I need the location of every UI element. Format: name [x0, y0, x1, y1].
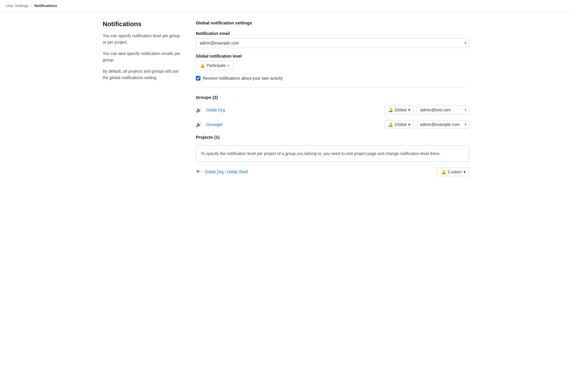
global-section-title: Global notification settings	[196, 20, 469, 25]
sidebar-desc-3: By default, all projects and groups will…	[103, 68, 184, 81]
projects-section-title: Projects (1)	[196, 135, 469, 140]
own-activity-checkbox[interactable]	[196, 76, 200, 81]
project-link-gitlab-shell[interactable]: Gitlab Org / Gitlab Shell	[205, 170, 433, 174]
volume-icon: 🔊	[196, 107, 202, 113]
divider	[196, 88, 469, 88]
breadcrumb-parent[interactable]: User Settings	[6, 3, 29, 8]
projects-info-box: To specify the notification level per pr…	[196, 145, 469, 162]
notification-level-field: Global notification level 🔔 Participate …	[196, 54, 469, 70]
group-row: 🔊 Gitlab Org 🔔 Global ▾ admin@test.comad…	[196, 106, 469, 114]
project-level-bell-icon: 🔔	[441, 170, 446, 174]
breadcrumb: User Settings > Notifications	[0, 0, 572, 12]
projects-info-text: To specify the notification level per pr…	[201, 151, 440, 156]
group-email-wrapper-gitlab-org: admin@test.comadmin@example.com ▾	[417, 106, 469, 114]
volume-icon-2: 🔊	[196, 122, 202, 127]
group-row-gnuwget: 🔊 Gnuwget 🔔 Global ▾ admin@example.com ▾	[196, 120, 469, 129]
group-email-select-gnuwget[interactable]: admin@example.com	[417, 120, 469, 129]
page-title: Notifications	[103, 20, 184, 28]
group-email-wrapper-gnuwget: admin@example.com ▾	[417, 120, 469, 129]
level-label: Global notification level	[196, 54, 469, 58]
group-link-gitlab-org[interactable]: Gitlab Org	[206, 108, 380, 112]
page-container: Notifications You can specify notificati…	[97, 12, 475, 185]
group-actions-gitlab-org: 🔔 Global ▾ admin@test.comadmin@example.c…	[384, 106, 469, 114]
project-level-chevron-icon: ▾	[463, 170, 466, 174]
sidebar-desc-1: You can specify notification level per g…	[103, 33, 184, 46]
level-dropdown-button[interactable]: 🔔 Participate ▾	[196, 61, 234, 70]
email-select[interactable]: admin@example.com	[196, 38, 469, 48]
group-level-value-gnuwget: Global	[395, 122, 406, 127]
project-level-button-gitlab-shell[interactable]: 🔔 Custom ▾	[437, 168, 469, 176]
project-level-value: Custom	[448, 170, 462, 174]
group-level-chevron-icon-2: ▾	[408, 122, 410, 127]
eye-icon: 👁	[196, 169, 200, 174]
group-level-bell-icon: 🔔	[388, 108, 393, 112]
group-level-value-gitlab-org: Global	[395, 108, 406, 112]
project-row: 👁 Gitlab Org / Gitlab Shell 🔔 Custom ▾	[196, 168, 469, 176]
group-level-bell-icon-2: 🔔	[388, 122, 393, 127]
own-activity-row: Receive notifications about your own act…	[196, 76, 469, 81]
group-level-button-gitlab-org[interactable]: 🔔 Global ▾	[384, 106, 414, 114]
group-email-select-gitlab-org[interactable]: admin@test.comadmin@example.com	[417, 106, 469, 114]
notification-email-field: Notification email admin@example.com ▾	[196, 31, 469, 48]
own-activity-label[interactable]: Receive notifications about your own act…	[203, 76, 283, 81]
email-label: Notification email	[196, 31, 469, 36]
sidebar: Notifications You can specify notificati…	[103, 20, 184, 176]
sidebar-desc-2: You can also specify notification emails…	[103, 50, 184, 63]
group-link-gnuwget[interactable]: Gnuwget	[206, 122, 380, 127]
main-content: Global notification settings Notificatio…	[196, 20, 469, 176]
level-value: Participate	[207, 63, 226, 68]
group-level-button-gnuwget[interactable]: 🔔 Global ▾	[384, 120, 414, 129]
level-chevron-icon: ▾	[228, 64, 229, 67]
groups-section-title: Groups (2)	[196, 95, 469, 100]
bell-icon: 🔔	[200, 63, 205, 68]
breadcrumb-separator: >	[30, 3, 33, 8]
group-level-chevron-icon: ▾	[408, 108, 410, 112]
email-select-wrapper: admin@example.com ▾	[196, 38, 469, 48]
breadcrumb-current: Notifications	[34, 3, 57, 8]
group-actions-gnuwget: 🔔 Global ▾ admin@example.com ▾	[384, 120, 469, 129]
